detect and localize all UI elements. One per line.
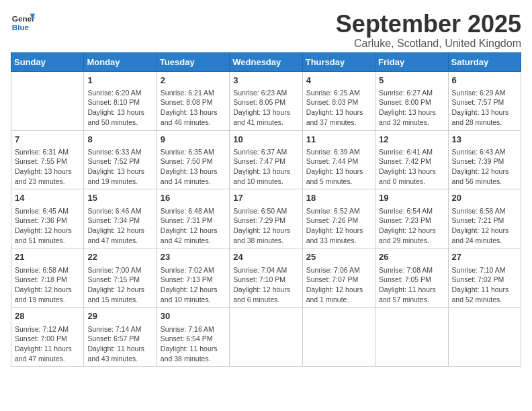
- day-info: Sunrise: 6:37 AM Sunset: 7:47 PM Dayligh…: [233, 148, 290, 185]
- calendar-week-row: 28Sunrise: 7:12 AM Sunset: 7:00 PM Dayli…: [11, 308, 521, 367]
- calendar-day-14: 14Sunrise: 6:45 AM Sunset: 7:36 PM Dayli…: [11, 189, 84, 248]
- calendar-day-16: 16Sunrise: 6:48 AM Sunset: 7:31 PM Dayli…: [157, 189, 229, 248]
- day-number: 5: [379, 75, 444, 87]
- column-header-tuesday: Tuesday: [157, 52, 229, 71]
- calendar-day-empty: [448, 308, 521, 367]
- calendar-day-21: 21Sunrise: 6:58 AM Sunset: 7:18 PM Dayli…: [11, 248, 84, 308]
- calendar-day-17: 17Sunrise: 6:50 AM Sunset: 7:29 PM Dayli…: [230, 189, 302, 248]
- calendar-day-empty: [302, 308, 375, 367]
- calendar-day-1: 1Sunrise: 6:20 AM Sunset: 8:10 PM Daylig…: [84, 71, 157, 130]
- day-info: Sunrise: 6:27 AM Sunset: 8:00 PM Dayligh…: [379, 89, 436, 126]
- day-number: 2: [161, 75, 226, 87]
- day-info: Sunrise: 6:25 AM Sunset: 8:03 PM Dayligh…: [306, 89, 363, 126]
- calendar-day-15: 15Sunrise: 6:46 AM Sunset: 7:34 PM Dayli…: [84, 189, 157, 248]
- day-number: 23: [161, 251, 226, 263]
- day-number: 7: [15, 134, 80, 146]
- column-header-friday: Friday: [375, 52, 448, 71]
- calendar-day-7: 7Sunrise: 6:31 AM Sunset: 7:55 PM Daylig…: [11, 130, 84, 189]
- calendar-day-empty: [230, 308, 302, 367]
- calendar-week-row: 14Sunrise: 6:45 AM Sunset: 7:36 PM Dayli…: [11, 189, 521, 248]
- calendar-header-row: SundayMondayTuesdayWednesdayThursdayFrid…: [11, 52, 521, 71]
- day-number: 22: [87, 251, 152, 263]
- calendar-day-empty: [11, 71, 84, 130]
- day-info: Sunrise: 7:02 AM Sunset: 7:13 PM Dayligh…: [161, 266, 218, 304]
- day-info: Sunrise: 7:08 AM Sunset: 7:05 PM Dayligh…: [379, 266, 436, 304]
- day-info: Sunrise: 7:12 AM Sunset: 7:00 PM Dayligh…: [15, 325, 72, 363]
- day-number: 29: [87, 310, 152, 322]
- calendar-day-13: 13Sunrise: 6:43 AM Sunset: 7:39 PM Dayli…: [448, 130, 521, 189]
- column-header-saturday: Saturday: [448, 52, 521, 71]
- day-info: Sunrise: 7:06 AM Sunset: 7:07 PM Dayligh…: [306, 266, 363, 304]
- calendar-day-29: 29Sunrise: 7:14 AM Sunset: 6:57 PM Dayli…: [84, 308, 157, 367]
- calendar-week-row: 7Sunrise: 6:31 AM Sunset: 7:55 PM Daylig…: [11, 130, 521, 189]
- day-info: Sunrise: 7:00 AM Sunset: 7:15 PM Dayligh…: [87, 266, 144, 304]
- logo-icon: General Blue: [11, 11, 35, 35]
- day-info: Sunrise: 6:23 AM Sunset: 8:05 PM Dayligh…: [233, 89, 290, 126]
- calendar-day-20: 20Sunrise: 6:56 AM Sunset: 7:21 PM Dayli…: [448, 189, 521, 248]
- day-info: Sunrise: 6:33 AM Sunset: 7:52 PM Dayligh…: [87, 148, 144, 185]
- day-number: 11: [306, 134, 371, 146]
- calendar-day-26: 26Sunrise: 7:08 AM Sunset: 7:05 PM Dayli…: [375, 248, 448, 308]
- calendar-day-2: 2Sunrise: 6:21 AM Sunset: 8:08 PM Daylig…: [157, 71, 229, 130]
- day-number: 10: [233, 134, 298, 146]
- day-number: 25: [306, 251, 371, 263]
- day-number: 9: [161, 134, 226, 146]
- column-header-thursday: Thursday: [302, 52, 375, 71]
- location-title: Carluke, Scotland, United Kingdom: [336, 38, 521, 50]
- day-info: Sunrise: 6:29 AM Sunset: 7:57 PM Dayligh…: [452, 89, 509, 126]
- calendar-day-12: 12Sunrise: 6:41 AM Sunset: 7:42 PM Dayli…: [375, 130, 448, 189]
- day-number: 14: [15, 192, 80, 204]
- day-number: 3: [233, 75, 298, 87]
- day-info: Sunrise: 7:10 AM Sunset: 7:02 PM Dayligh…: [452, 266, 509, 304]
- day-info: Sunrise: 6:52 AM Sunset: 7:26 PM Dayligh…: [306, 207, 363, 244]
- day-number: 19: [379, 192, 444, 204]
- day-number: 4: [306, 75, 371, 87]
- calendar-day-23: 23Sunrise: 7:02 AM Sunset: 7:13 PM Dayli…: [157, 248, 229, 308]
- page-header: General Blue September 2025 Carluke, Sco…: [11, 11, 521, 50]
- calendar-day-8: 8Sunrise: 6:33 AM Sunset: 7:52 PM Daylig…: [84, 130, 157, 189]
- calendar-day-9: 9Sunrise: 6:35 AM Sunset: 7:50 PM Daylig…: [157, 130, 229, 189]
- calendar-day-11: 11Sunrise: 6:39 AM Sunset: 7:44 PM Dayli…: [302, 130, 375, 189]
- svg-text:Blue: Blue: [12, 23, 30, 32]
- day-info: Sunrise: 6:21 AM Sunset: 8:08 PM Dayligh…: [161, 89, 218, 126]
- day-number: 17: [233, 192, 298, 204]
- day-info: Sunrise: 6:39 AM Sunset: 7:44 PM Dayligh…: [306, 148, 363, 185]
- calendar-week-row: 21Sunrise: 6:58 AM Sunset: 7:18 PM Dayli…: [11, 248, 521, 308]
- calendar-day-6: 6Sunrise: 6:29 AM Sunset: 7:57 PM Daylig…: [448, 71, 521, 130]
- calendar-day-28: 28Sunrise: 7:12 AM Sunset: 7:00 PM Dayli…: [11, 308, 84, 367]
- calendar-table: SundayMondayTuesdayWednesdayThursdayFrid…: [11, 52, 521, 367]
- day-info: Sunrise: 7:04 AM Sunset: 7:10 PM Dayligh…: [233, 266, 290, 304]
- day-number: 12: [379, 134, 444, 146]
- column-header-monday: Monday: [84, 52, 157, 71]
- day-info: Sunrise: 6:20 AM Sunset: 8:10 PM Dayligh…: [87, 89, 144, 126]
- calendar-day-30: 30Sunrise: 7:16 AM Sunset: 6:54 PM Dayli…: [157, 308, 229, 367]
- day-number: 8: [87, 134, 152, 146]
- day-info: Sunrise: 6:58 AM Sunset: 7:18 PM Dayligh…: [15, 266, 72, 304]
- day-info: Sunrise: 6:41 AM Sunset: 7:42 PM Dayligh…: [379, 148, 436, 185]
- day-info: Sunrise: 6:43 AM Sunset: 7:39 PM Dayligh…: [452, 148, 509, 185]
- day-info: Sunrise: 7:14 AM Sunset: 6:57 PM Dayligh…: [87, 325, 144, 363]
- calendar-day-4: 4Sunrise: 6:25 AM Sunset: 8:03 PM Daylig…: [302, 71, 375, 130]
- day-info: Sunrise: 6:35 AM Sunset: 7:50 PM Dayligh…: [161, 148, 218, 185]
- day-info: Sunrise: 6:46 AM Sunset: 7:34 PM Dayligh…: [87, 207, 144, 244]
- calendar-day-empty: [375, 308, 448, 367]
- day-number: 21: [15, 251, 80, 263]
- day-number: 30: [161, 310, 226, 322]
- calendar-day-27: 27Sunrise: 7:10 AM Sunset: 7:02 PM Dayli…: [448, 248, 521, 308]
- day-info: Sunrise: 6:56 AM Sunset: 7:21 PM Dayligh…: [452, 207, 509, 244]
- day-info: Sunrise: 7:16 AM Sunset: 6:54 PM Dayligh…: [161, 325, 218, 363]
- day-number: 26: [379, 251, 444, 263]
- calendar-day-19: 19Sunrise: 6:54 AM Sunset: 7:23 PM Dayli…: [375, 189, 448, 248]
- calendar-day-25: 25Sunrise: 7:06 AM Sunset: 7:07 PM Dayli…: [302, 248, 375, 308]
- column-header-wednesday: Wednesday: [230, 52, 302, 71]
- day-info: Sunrise: 6:31 AM Sunset: 7:55 PM Dayligh…: [15, 148, 72, 185]
- day-number: 18: [306, 192, 371, 204]
- logo: General Blue: [11, 11, 35, 35]
- day-number: 27: [452, 251, 517, 263]
- day-number: 16: [161, 192, 226, 204]
- calendar-day-10: 10Sunrise: 6:37 AM Sunset: 7:47 PM Dayli…: [230, 130, 302, 189]
- calendar-week-row: 1Sunrise: 6:20 AM Sunset: 8:10 PM Daylig…: [11, 71, 521, 130]
- title-block: September 2025 Carluke, Scotland, United…: [336, 11, 521, 50]
- day-number: 20: [452, 192, 517, 204]
- day-number: 6: [452, 75, 517, 87]
